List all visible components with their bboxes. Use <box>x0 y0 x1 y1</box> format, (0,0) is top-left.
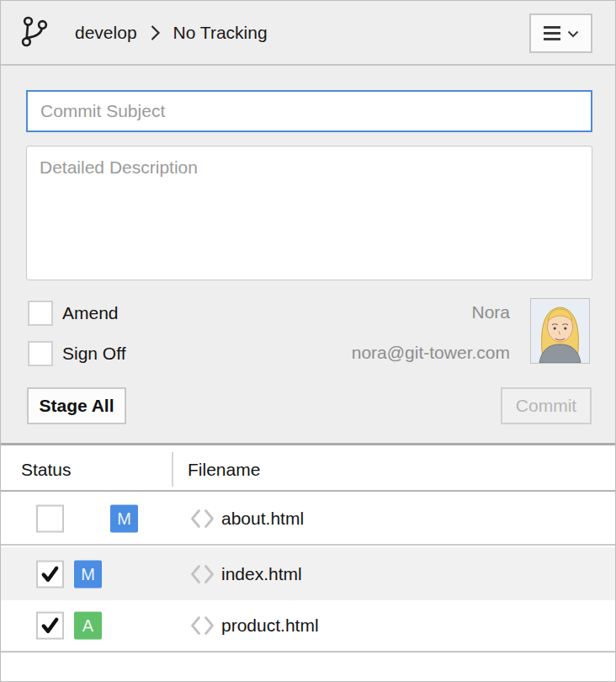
author-name: Nora <box>471 302 510 322</box>
code-file-icon <box>189 509 215 530</box>
avatar[interactable] <box>530 298 590 364</box>
table-row[interactable]: A product.html <box>1 600 615 653</box>
author-email: nora@git-tower.com <box>352 343 510 363</box>
branch-name[interactable]: develop <box>75 23 137 43</box>
file-table-header: Status Filename <box>1 447 615 492</box>
chevron-right-icon <box>150 24 161 42</box>
stage-checkbox[interactable] <box>36 612 64 640</box>
amend-checkbox[interactable] <box>28 301 53 326</box>
sign-off-label: Sign Off <box>62 341 126 366</box>
code-file-icon <box>189 615 215 637</box>
stage-checkbox[interactable] <box>36 560 64 588</box>
filename-label: index.html <box>221 564 302 584</box>
column-header-status[interactable]: Status <box>21 447 72 492</box>
column-header-filename[interactable]: Filename <box>188 447 260 492</box>
git-branch-icon <box>20 13 50 54</box>
hamburger-icon <box>544 26 560 40</box>
breadcrumb: develop No Tracking <box>75 1 268 64</box>
branch-header: develop No Tracking <box>1 1 615 66</box>
sign-off-checkbox[interactable] <box>28 341 53 366</box>
chevron-down-icon <box>567 26 579 41</box>
commit-button[interactable]: Commit <box>501 387 592 424</box>
amend-label: Amend <box>62 301 119 326</box>
commit-subject-input[interactable] <box>26 90 592 132</box>
code-file-icon <box>189 563 215 584</box>
tracking-status[interactable]: No Tracking <box>173 23 268 43</box>
status-badge: M <box>110 505 138 533</box>
status-badge: A <box>74 612 102 640</box>
filename-label: product.html <box>221 615 319 636</box>
commit-panel: develop No Tracking Amend Sign Off Nora … <box>0 0 616 682</box>
filename-label: about.html <box>221 509 304 529</box>
status-badge: M <box>74 560 102 588</box>
stage-all-button[interactable]: Stage All <box>27 387 126 424</box>
commit-description-input[interactable] <box>26 146 592 280</box>
stage-checkbox[interactable] <box>36 505 64 533</box>
column-divider[interactable] <box>172 452 173 487</box>
table-row[interactable]: M index.html <box>1 547 615 600</box>
branch-menu-button[interactable] <box>529 13 592 53</box>
table-row[interactable]: M about.html <box>1 493 615 546</box>
